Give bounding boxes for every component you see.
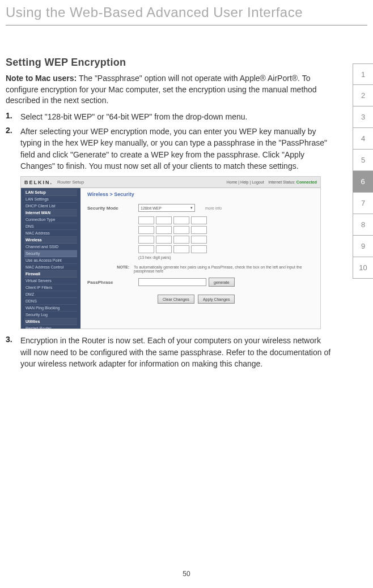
main-content: Setting WEP Encryption Note to Mac users…	[0, 25, 373, 369]
note-text: To automatically generate hex pairs usin…	[134, 265, 313, 273]
note-row: NOTE: To automatically generate hex pair…	[87, 265, 313, 273]
sidebar-group: Utilities	[24, 318, 77, 325]
wep-key-input[interactable]	[156, 236, 172, 244]
step-number: 2.	[6, 126, 20, 172]
clear-changes-button[interactable]: Clear Changes	[158, 295, 194, 304]
step-number: 1.	[6, 111, 20, 122]
tab-4[interactable]: 4	[353, 128, 373, 150]
shot-main-panel: Wireless > Security Security Mode 128bit…	[80, 177, 320, 329]
sidebar-item[interactable]: Restart Router	[24, 325, 77, 329]
step-2: 2. After selecting your WEP encryption m…	[6, 126, 333, 172]
sidebar-item[interactable]: MAC Address Control	[24, 264, 77, 271]
wep-key-input[interactable]	[191, 216, 207, 224]
passphrase-input[interactable]	[138, 278, 206, 286]
note-paragraph: Note to Mac users: The "Passphrase" opti…	[6, 73, 333, 106]
section-heading: Setting WEP Encryption	[6, 57, 333, 69]
topbar-links[interactable]: Home | Help | Logout	[227, 180, 264, 184]
wep-key-input[interactable]	[173, 226, 189, 234]
wep-key-input[interactable]	[138, 226, 154, 234]
note-label: NOTE:	[87, 265, 134, 273]
sidebar-item[interactable]: DDNS	[24, 298, 77, 305]
wep-key-input[interactable]	[138, 216, 154, 224]
apply-changes-button[interactable]: Apply Changes	[198, 295, 235, 304]
security-mode-row: Security Mode 128bit WEP ▾ more info	[87, 204, 313, 212]
note-label: Note to Mac users:	[6, 74, 77, 83]
wep-key-input[interactable]	[191, 236, 207, 244]
sidebar-item[interactable]: MAC Address	[24, 230, 77, 237]
sidebar-group: LAN Setup	[24, 189, 77, 196]
step-body: After selecting your WEP encryption mode…	[20, 126, 333, 172]
wep-key-input[interactable]	[156, 216, 172, 224]
sidebar-item[interactable]: Virtual Servers	[24, 278, 77, 284]
generate-button[interactable]: generate	[209, 278, 235, 287]
sidebar-item[interactable]: Channel and SSID	[24, 244, 77, 250]
security-mode-label: Security Mode	[87, 206, 138, 211]
breadcrumb: Wireless > Security	[87, 191, 313, 197]
tab-8[interactable]: 8	[353, 214, 373, 236]
wep-key-grid	[138, 216, 313, 253]
page-number: 50	[0, 570, 373, 578]
shot-sidebar: LAN Setup LAN Settings DHCP Client List …	[21, 177, 80, 329]
shot-topbar: BELKIN. Router Setup Home | Help | Logou…	[21, 177, 320, 188]
tab-2[interactable]: 2	[353, 85, 373, 106]
footer-buttons: Clear Changes Apply Changes	[155, 295, 313, 304]
tab-5[interactable]: 5	[353, 150, 373, 171]
sidebar-group: Internet WAN	[24, 210, 77, 216]
tab-1[interactable]: 1	[353, 63, 373, 85]
chevron-down-icon: ▾	[190, 206, 193, 210]
wep-key-input[interactable]	[156, 245, 172, 253]
security-mode-select[interactable]: 128bit WEP ▾	[138, 204, 195, 212]
sidebar-item[interactable]: LAN Settings	[24, 196, 77, 203]
wep-key-input[interactable]	[138, 245, 154, 253]
wep-key-input[interactable]	[191, 245, 207, 253]
tab-3[interactable]: 3	[353, 106, 373, 128]
wep-key-input[interactable]	[173, 236, 189, 244]
step-body: Encryption in the Router is now set. Eac…	[20, 335, 333, 369]
status-label: Internet Status:	[268, 180, 295, 184]
topbar-right: Home | Help | Logout Internet Status: Co…	[227, 180, 317, 184]
tab-7[interactable]: 7	[353, 193, 373, 214]
wep-key-input[interactable]	[173, 216, 189, 224]
sidebar-group: Wireless	[24, 237, 77, 244]
status-value: Connected	[296, 180, 317, 184]
sidebar-item[interactable]: DMZ	[24, 291, 77, 298]
topbar-subtitle: Router Setup	[57, 180, 84, 185]
sidebar-group: Firewall	[24, 271, 77, 278]
sidebar-item[interactable]: DHCP Client List	[24, 203, 77, 210]
wep-key-input[interactable]	[173, 245, 189, 253]
step-3: 3. Encryption in the Router is now set. …	[6, 335, 333, 369]
step-body: Select "128-bit WEP" or "64-bit WEP" fro…	[20, 111, 247, 122]
sidebar-item[interactable]: Client IP Filters	[24, 284, 77, 291]
section-tabs: 1 2 3 4 5 6 7 8 9 10	[353, 63, 373, 279]
sidebar-item[interactable]: DNS	[24, 223, 77, 230]
sidebar-item[interactable]: WAN Ping Blocking	[24, 305, 77, 312]
tab-9[interactable]: 9	[353, 236, 373, 257]
sidebar-item[interactable]: Connection Type	[24, 216, 77, 223]
tab-6[interactable]: 6	[353, 171, 373, 193]
tab-10[interactable]: 10	[353, 257, 373, 279]
wep-key-input[interactable]	[138, 236, 154, 244]
sidebar-item[interactable]: Security Log	[24, 312, 77, 318]
step-1: 1. Select "128-bit WEP" or "64-bit WEP" …	[6, 111, 333, 122]
passphrase-row: PassPhrase generate	[87, 278, 313, 287]
select-value: 128bit WEP	[141, 206, 162, 210]
wep-key-input[interactable]	[156, 226, 172, 234]
key-caption: (13 hex digit pairs)	[138, 255, 313, 259]
step-number: 3.	[6, 335, 20, 369]
brand-logo: BELKIN.	[24, 180, 53, 185]
sidebar-item[interactable]: Use as Access Point	[24, 257, 77, 264]
passphrase-label: PassPhrase	[87, 280, 138, 285]
wep-key-input[interactable]	[191, 226, 207, 234]
sidebar-item-security[interactable]: Security	[24, 250, 77, 257]
more-info-link[interactable]: more info	[205, 206, 222, 210]
chapter-title: Using the Web-Based Advanced User Interf…	[0, 0, 373, 20]
ui-screenshot-figure: BELKIN. Router Setup Home | Help | Logou…	[20, 176, 321, 329]
